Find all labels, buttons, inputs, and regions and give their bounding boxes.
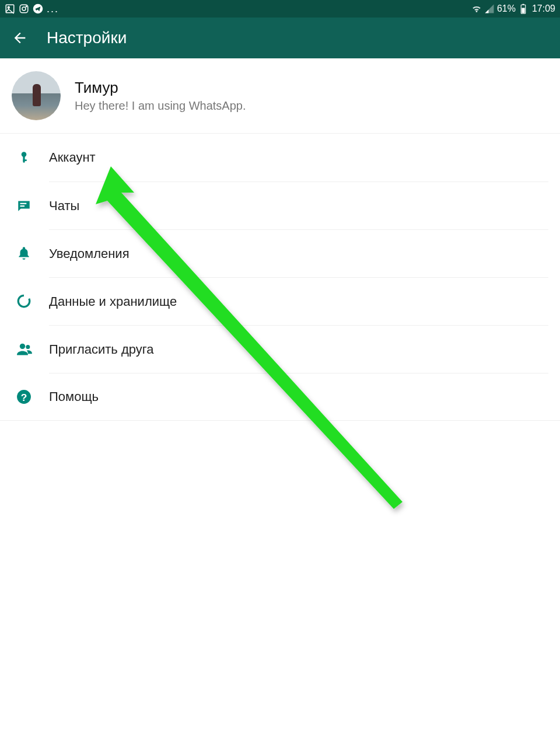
signal-icon — [484, 4, 495, 14]
settings-item-label: Пригласить друга — [49, 342, 154, 357]
settings-item-label: Чаты — [49, 198, 79, 214]
status-left-icons: ... — [5, 3, 59, 15]
svg-rect-11 — [23, 159, 27, 161]
profile-row[interactable]: Тимур Hey there! I am using WhatsApp. — [0, 58, 560, 134]
svg-rect-8 — [522, 8, 524, 13]
svg-point-1 — [8, 6, 9, 8]
message-icon — [16, 198, 49, 213]
settings-item-help[interactable]: ? Помощь — [0, 373, 560, 421]
instagram-icon — [19, 4, 29, 14]
people-icon — [16, 341, 49, 357]
wifi-icon — [471, 4, 482, 14]
key-icon — [16, 150, 49, 165]
settings-item-notifications[interactable]: Уведомления — [0, 229, 560, 277]
settings-item-invite[interactable]: Пригласить друга — [0, 325, 560, 373]
android-status-bar: ... 61% 17:09 — [0, 0, 560, 18]
status-right-icons: 61% 17:09 — [471, 4, 555, 14]
settings-item-chats[interactable]: Чаты — [0, 181, 560, 229]
image-icon — [5, 4, 15, 14]
svg-rect-13 — [20, 205, 25, 207]
status-ellipsis: ... — [47, 3, 59, 15]
avatar — [12, 71, 61, 120]
profile-text: Тимур Hey there! I am using WhatsApp. — [75, 79, 246, 113]
data-icon — [16, 294, 49, 309]
svg-rect-7 — [522, 4, 524, 5]
svg-rect-12 — [20, 203, 27, 204]
svg-point-16 — [26, 345, 30, 349]
settings-item-label: Уведомления — [49, 246, 130, 261]
profile-name: Тимур — [75, 79, 246, 97]
settings-item-label: Данные и хранилище — [49, 294, 177, 309]
back-button[interactable] — [7, 25, 33, 51]
status-time: 17:09 — [532, 4, 555, 14]
svg-rect-0 — [6, 5, 14, 13]
telegram-icon — [33, 4, 43, 14]
svg-point-9 — [22, 152, 27, 157]
battery-percent: 61% — [497, 4, 516, 14]
profile-status: Hey there! I am using WhatsApp. — [75, 99, 246, 113]
settings-item-label: Аккаунт — [49, 150, 96, 165]
arrow-back-icon — [12, 30, 28, 46]
svg-point-15 — [20, 344, 25, 349]
battery-icon — [518, 4, 528, 14]
settings-item-account[interactable]: Аккаунт — [0, 134, 560, 181]
help-icon: ? — [16, 389, 49, 404]
settings-item-data[interactable]: Данные и хранилище — [0, 277, 560, 325]
svg-point-3 — [22, 7, 26, 11]
settings-item-label: Помощь — [49, 389, 99, 404]
svg-text:?: ? — [21, 391, 27, 403]
app-bar: Настройки — [0, 18, 560, 58]
bell-icon — [16, 246, 49, 261]
svg-point-4 — [26, 6, 27, 7]
settings-list: Аккаунт Чаты Уведомления Данные и хранил… — [0, 134, 560, 421]
page-title: Настройки — [47, 29, 127, 47]
